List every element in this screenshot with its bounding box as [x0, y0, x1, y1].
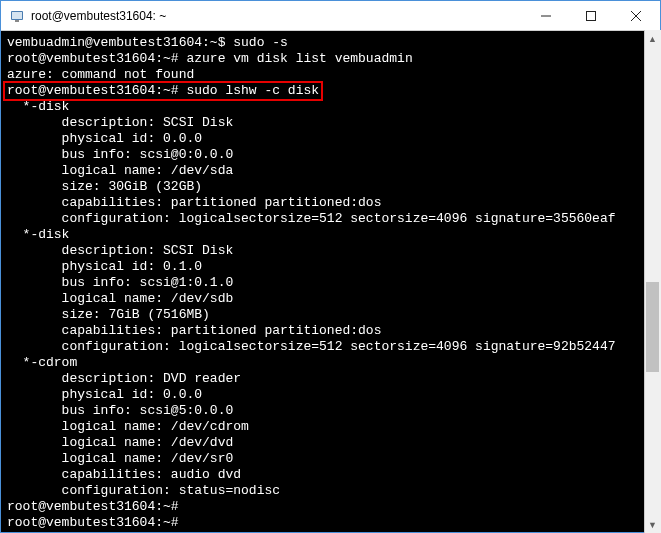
disk-size: size: 30GiB (32GB): [7, 179, 654, 195]
disk-logical-name: logical name: /dev/sda: [7, 163, 654, 179]
disk-configuration: configuration: logicalsectorsize=512 sec…: [7, 339, 654, 355]
terminal-content[interactable]: vembuadmin@vembutest31604:~$ sudo -sroot…: [1, 31, 660, 532]
cdrom-physical-id: physical id: 0.0.0: [7, 387, 654, 403]
disk-bus-info: bus info: scsi@0:0.0.0: [7, 147, 654, 163]
terminal-prompt: root@vembutest31604:~#: [7, 515, 654, 531]
terminal-prompt: root@vembutest31604:~#: [7, 499, 654, 515]
disk-description: description: SCSI Disk: [7, 243, 654, 259]
minimize-button[interactable]: [523, 1, 568, 30]
disk-physical-id: physical id: 0.1.0: [7, 259, 654, 275]
disk-physical-id: physical id: 0.0.0: [7, 131, 654, 147]
disk-size: size: 7GiB (7516MB): [7, 307, 654, 323]
cdrom-capabilities: capabilities: audio dvd: [7, 467, 654, 483]
scroll-up-arrow[interactable]: ▲: [644, 30, 661, 47]
svg-rect-2: [15, 20, 19, 22]
svg-rect-4: [586, 11, 595, 20]
cdrom-logical-name: logical name: /dev/sr0: [7, 451, 654, 467]
cdrom-bus-info: bus info: scsi@5:0.0.0: [7, 403, 654, 419]
terminal-line-highlighted: root@vembutest31604:~# sudo lshw -c disk: [7, 83, 654, 99]
disk-capabilities: capabilities: partitioned partitioned:do…: [7, 195, 654, 211]
cdrom-configuration: configuration: status=nodisc: [7, 483, 654, 499]
cdrom-header: *-cdrom: [7, 355, 654, 371]
scrollbar[interactable]: ▲ ▼: [644, 30, 661, 533]
disk-description: description: SCSI Disk: [7, 115, 654, 131]
cdrom-description: description: DVD reader: [7, 371, 654, 387]
disk-header: *-disk: [7, 99, 654, 115]
disk-configuration: configuration: logicalsectorsize=512 sec…: [7, 211, 654, 227]
terminal-window: root@vembutest31604: ~ vembuadmin@vembut…: [0, 0, 661, 533]
disk-header: *-disk: [7, 227, 654, 243]
titlebar[interactable]: root@vembutest31604: ~: [1, 1, 660, 31]
close-button[interactable]: [613, 1, 658, 30]
terminal-line: root@vembutest31604:~# azure vm disk lis…: [7, 51, 654, 67]
disk-capabilities: capabilities: partitioned partitioned:do…: [7, 323, 654, 339]
window-controls: [523, 1, 658, 30]
app-icon: [9, 8, 25, 24]
scroll-thumb[interactable]: [646, 282, 659, 372]
highlight-box: root@vembutest31604:~# sudo lshw -c disk: [3, 81, 323, 101]
maximize-button[interactable]: [568, 1, 613, 30]
terminal-line: vembuadmin@vembutest31604:~$ sudo -s: [7, 35, 654, 51]
disk-logical-name: logical name: /dev/sdb: [7, 291, 654, 307]
disk-bus-info: bus info: scsi@1:0.1.0: [7, 275, 654, 291]
scroll-down-arrow[interactable]: ▼: [644, 516, 661, 533]
window-title: root@vembutest31604: ~: [31, 9, 523, 23]
svg-rect-1: [12, 12, 22, 19]
cdrom-logical-name: logical name: /dev/cdrom: [7, 419, 654, 435]
cdrom-logical-name: logical name: /dev/dvd: [7, 435, 654, 451]
